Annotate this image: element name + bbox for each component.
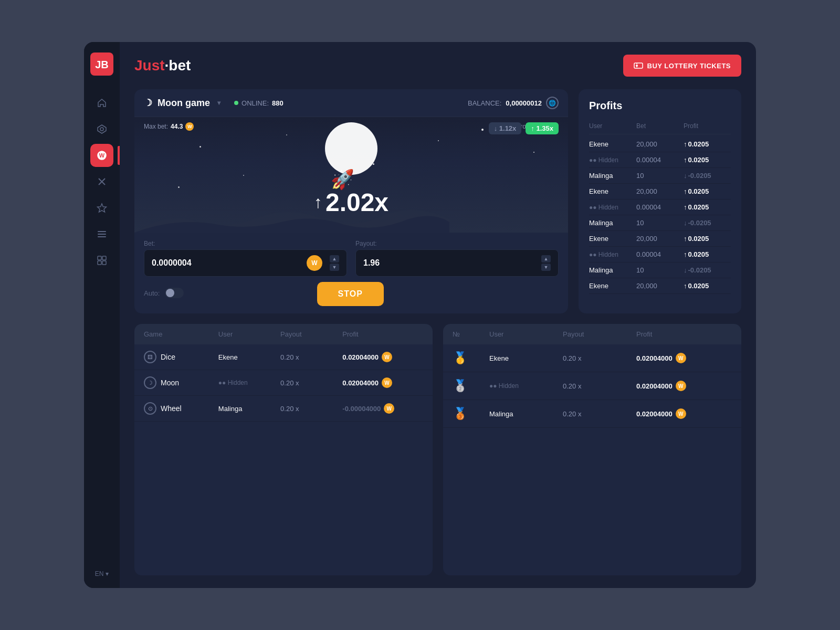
header: Just·bet BUY LOTTERY TICKETS bbox=[134, 55, 741, 77]
moon-panel: ☽ Moon game ▾ ONLINE: 880 BALANCE: 0,000… bbox=[134, 89, 568, 313]
balance-area: BALANCE: 0,00000012 🌐 bbox=[468, 97, 559, 109]
coin-icon-maxbet: W bbox=[185, 122, 194, 131]
sidebar: JB W bbox=[84, 42, 120, 588]
coin-icon: W bbox=[676, 381, 686, 391]
svg-text:JB: JB bbox=[95, 59, 109, 70]
bet-row: Bet: 0.0000004 W ▲ ▼ bbox=[144, 240, 559, 277]
table-row: 🥇 Ekene 0.20 x 0.02004000 W bbox=[443, 344, 741, 372]
app-logo-text: Just·bet bbox=[134, 57, 191, 74]
game-label-moon: ☽ Moon bbox=[144, 376, 218, 389]
profit-positive: 0.02004000 W bbox=[636, 408, 732, 419]
profits-row: Ekene 20,000 ↑ 0.0205 bbox=[589, 184, 731, 200]
payout-up-arrow[interactable]: ▲ bbox=[541, 255, 551, 262]
main-content: Just·bet BUY LOTTERY TICKETS ☽ Moon g bbox=[120, 42, 756, 588]
hills-background bbox=[134, 201, 449, 233]
sidebar-item-games[interactable] bbox=[90, 118, 113, 141]
app-container: JB W bbox=[84, 42, 756, 588]
profit-positive: 0.02004000 W bbox=[342, 377, 423, 388]
stop-button[interactable]: STOP bbox=[317, 282, 384, 306]
profits-header: User Bet Profit bbox=[589, 120, 731, 134]
table-row: 🥉 Malinga 0.20 x 0.02004000 W bbox=[443, 400, 741, 428]
profits-row: Malinga 10 ↓ -0.0205 bbox=[589, 168, 731, 184]
payout-arrows: ▲ ▼ bbox=[541, 255, 551, 271]
wheel-icon: ⊙ bbox=[144, 402, 156, 415]
bet-arrows: ▲ ▼ bbox=[330, 255, 339, 271]
profit-negative: -0.00004000 W bbox=[342, 403, 423, 414]
profit-positive: 0.02004000 W bbox=[342, 352, 423, 362]
moon-icon: ☽ bbox=[144, 97, 152, 109]
sidebar-logo: JB bbox=[90, 52, 113, 76]
bet-down-arrow[interactable]: ▼ bbox=[330, 264, 339, 271]
game-area: ☽ Moon game ▾ ONLINE: 880 BALANCE: 0,000… bbox=[134, 89, 741, 313]
toggle-knob bbox=[166, 289, 174, 297]
ticket-icon bbox=[634, 61, 643, 70]
bottom-left-header: Game User Payout Profit bbox=[134, 324, 433, 344]
rank-silver: 🥈 bbox=[453, 379, 467, 393]
profit-positive: 0.02004000 W bbox=[636, 381, 732, 391]
svg-rect-10 bbox=[98, 234, 106, 235]
sidebar-item-cross[interactable] bbox=[90, 170, 113, 193]
dice-icon: ⚅ bbox=[144, 351, 156, 363]
moon-canvas: Max bet: 44.3 W Max profit: 44.3 W bbox=[134, 117, 568, 233]
profits-row: Ekene 20,000 ↑ 0.0205 bbox=[589, 136, 731, 152]
globe-icon: 🌐 bbox=[546, 97, 559, 109]
sidebar-item-box[interactable] bbox=[90, 249, 113, 272]
coin-icon: W bbox=[676, 408, 686, 419]
svg-rect-16 bbox=[634, 63, 643, 68]
moon-title: ☽ Moon game ▾ bbox=[144, 97, 220, 109]
bottom-right-header: № User Payout Profit bbox=[443, 324, 741, 344]
buy-lottery-button[interactable]: BUY LOTTERY TICKETS bbox=[623, 55, 742, 77]
game-label-wheel: ⊙ Wheel bbox=[144, 402, 218, 415]
rocket-icon: 🚀 bbox=[331, 169, 354, 191]
bottom-left-table: Game User Payout Profit ⚅ Dice Ekene 0.2… bbox=[134, 324, 433, 575]
coin-icon: W bbox=[384, 403, 394, 414]
profits-row: Ekene 20,000 ↑ 0.0205 bbox=[589, 231, 731, 247]
profits-row: Ekene 20,000 ↑ 0.0205 bbox=[589, 278, 731, 294]
payout-field: Payout: 1.96 ▲ ▼ bbox=[355, 240, 559, 277]
moon-dropdown-arrow[interactable]: ▾ bbox=[217, 99, 220, 107]
sidebar-item-menu[interactable] bbox=[90, 223, 113, 246]
table-row: ⚅ Dice Ekene 0.20 x 0.02004000 W bbox=[134, 344, 433, 370]
svg-rect-11 bbox=[98, 236, 106, 237]
profits-row: ●● Hidden 0.00004 ↑ 0.0205 bbox=[589, 200, 731, 215]
svg-point-3 bbox=[100, 128, 103, 131]
sidebar-nav: W bbox=[90, 91, 113, 565]
svg-rect-12 bbox=[98, 256, 101, 260]
game-label-dice: ⚅ Dice bbox=[144, 351, 218, 363]
bet-field: Bet: 0.0000004 W ▲ ▼ bbox=[144, 240, 347, 277]
sidebar-item-star[interactable] bbox=[90, 196, 113, 219]
auto-toggle[interactable] bbox=[165, 288, 184, 298]
payout-label: Payout: bbox=[355, 240, 559, 247]
badge-green: ↑ 1.35x bbox=[526, 122, 559, 134]
coin-icon: W bbox=[382, 377, 392, 388]
bet-controls: Bet: 0.0000004 W ▲ ▼ bbox=[134, 233, 568, 313]
svg-rect-13 bbox=[102, 256, 106, 260]
bottom-tables: Game User Payout Profit ⚅ Dice Ekene 0.2… bbox=[134, 324, 741, 575]
coin-button[interactable]: W bbox=[307, 255, 322, 271]
badge-gray: ↓ 1.12x bbox=[489, 122, 522, 134]
sidebar-item-moon[interactable]: W bbox=[90, 144, 113, 167]
profits-row: Malinga 10 ↓ -0.0205 bbox=[589, 215, 731, 231]
rank-bronze: 🥉 bbox=[453, 406, 467, 421]
svg-rect-15 bbox=[102, 261, 106, 265]
svg-rect-9 bbox=[98, 231, 106, 232]
profits-row: ●● Hidden 0.00004 ↑ 0.0205 bbox=[589, 247, 731, 262]
rank-gold: 🥇 bbox=[453, 351, 467, 365]
language-selector[interactable]: EN ▾ bbox=[95, 570, 109, 578]
sidebar-item-home[interactable] bbox=[90, 91, 113, 114]
bet-input[interactable]: 0.0000004 W ▲ ▼ bbox=[144, 249, 347, 277]
svg-text:W: W bbox=[99, 152, 105, 159]
bet-up-arrow[interactable]: ▲ bbox=[330, 255, 339, 262]
table-row: 🥈 ●● Hidden 0.20 x 0.02004000 W bbox=[443, 372, 741, 400]
profits-table: User Bet Profit Ekene 20,000 ↑ 0.0205 ●●… bbox=[589, 120, 731, 294]
svg-marker-8 bbox=[98, 204, 107, 212]
payout-input[interactable]: 1.96 ▲ ▼ bbox=[355, 249, 559, 277]
max-bet-stat: Max bet: 44.3 W bbox=[144, 122, 194, 131]
online-indicator: ONLINE: 880 bbox=[234, 99, 284, 107]
profits-row: ●● Hidden 0.00004 ↑ 0.0205 bbox=[589, 152, 731, 168]
payout-down-arrow[interactable]: ▼ bbox=[541, 264, 551, 271]
bottom-right-table: № User Payout Profit 🥇 Ekene 0.20 x 0.02… bbox=[443, 324, 741, 575]
coin-icon: W bbox=[676, 353, 686, 363]
profits-title: Profits bbox=[589, 100, 731, 112]
svg-point-18 bbox=[636, 65, 638, 67]
